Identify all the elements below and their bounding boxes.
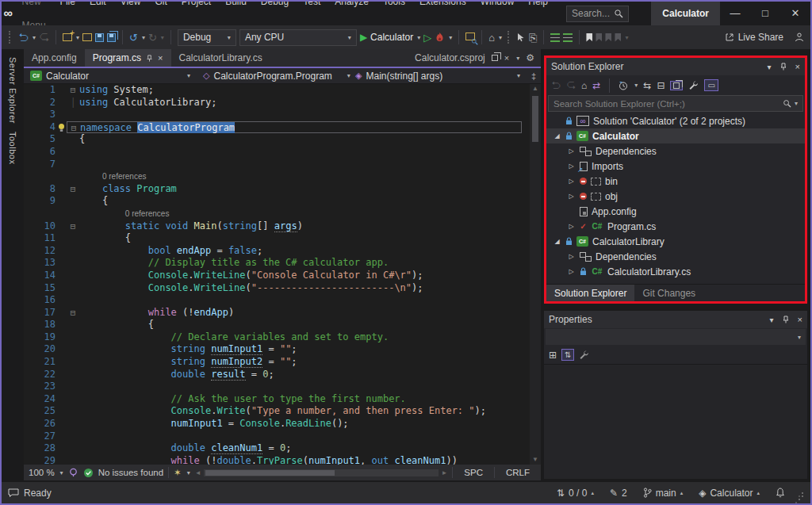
code-text[interactable]: while (!double.TryParse(numInput1, out c… <box>79 455 530 465</box>
show-all-files-toggle[interactable] <box>670 81 683 90</box>
new-project-icon[interactable] <box>63 33 72 41</box>
code-text[interactable]: // Declare variables and set to empty. <box>79 331 530 344</box>
next-bookmark-icon[interactable] <box>605 33 611 42</box>
codelens-row[interactable]: 0 references <box>24 170 530 183</box>
preview-tab-calculator-csproj[interactable]: Calculator.csproj <box>415 52 485 63</box>
start-debugging-icon[interactable]: ▶ <box>360 33 367 42</box>
account-icon[interactable] <box>795 33 806 42</box>
project-dropdown[interactable]: C# Calculator ▾ <box>24 68 197 83</box>
code-line[interactable]: 19 // Declare variables and set to empty… <box>24 331 530 344</box>
git-branch[interactable]: main▴ <box>643 488 684 499</box>
code-text[interactable]: Console.WriteLine("---------------------… <box>79 282 530 295</box>
code-line[interactable]: 4⊟namespace CalculatorProgram <box>24 121 530 134</box>
scroll-down-icon[interactable]: ▼ <box>532 455 538 465</box>
solution-explorer-search[interactable]: Search Solution Explorer (Ctrl+;) ▾ <box>548 95 803 112</box>
minimize-button[interactable]: — <box>720 2 750 25</box>
code-text[interactable]: numInput1 = Console.ReadLine(); <box>79 418 530 430</box>
clear-bookmarks-icon[interactable] <box>615 33 621 42</box>
code-line[interactable]: 1⊟using System; <box>24 84 530 97</box>
collapse-all-icon[interactable]: ⊟ <box>657 80 665 91</box>
code-text[interactable]: while (!endApp) <box>79 307 530 319</box>
code-text[interactable]: using CalculatorLibrary; <box>79 97 530 109</box>
previous-bookmark-icon[interactable] <box>596 33 602 42</box>
filter-dropdown[interactable]: ▾ <box>634 82 638 89</box>
navigate-forward-icon[interactable]: ⮎ <box>39 33 49 43</box>
bookmark-dropdown[interactable]: ▾ <box>625 34 628 41</box>
property-pages-wrench-icon[interactable] <box>579 350 589 360</box>
pending-edits[interactable]: ✎2 <box>610 488 627 499</box>
search-box[interactable]: Search... <box>566 6 629 22</box>
code-line[interactable]: 27 <box>24 430 530 443</box>
window-position-dropdown-icon[interactable]: ▾ <box>770 316 774 324</box>
code-text[interactable]: Console.WriteLine("Console Calculator in… <box>79 270 530 282</box>
code-text[interactable]: using System; <box>79 84 530 97</box>
expander-icon[interactable]: ▷ <box>567 178 576 185</box>
panel-tab-git-changes[interactable]: Git Changes <box>634 285 703 301</box>
hscrollbar-thumb[interactable] <box>205 470 335 476</box>
undo-icon[interactable]: ↺ <box>129 33 138 43</box>
properties-object-combo[interactable]: ▾ <box>546 329 806 345</box>
expander-icon[interactable]: ◢ <box>553 238 561 245</box>
code-text[interactable]: string numInput1 = ""; <box>79 343 530 356</box>
expander-icon[interactable]: ▷ <box>567 147 576 155</box>
code-text[interactable] <box>79 159 530 171</box>
code-text[interactable] <box>79 294 530 307</box>
outline-margin[interactable]: ⊟ <box>67 84 79 97</box>
codelens-row[interactable]: 0 references <box>24 208 530 220</box>
git-repository[interactable]: ◈Calculator▴ <box>699 488 760 499</box>
code-text[interactable] <box>79 430 530 443</box>
tree-item-dependencies[interactable]: ▷Dependencies <box>546 143 805 159</box>
tree-item-dependencies[interactable]: ▷Dependencies <box>546 249 805 264</box>
code-cleanup-dropdown[interactable]: ▾ <box>187 469 190 476</box>
categorized-icon[interactable]: ⊞ <box>549 350 557 361</box>
pin-icon[interactable] <box>782 316 790 323</box>
split-editor-icon[interactable]: ‡ <box>527 71 541 81</box>
panel-tab-solution-explorer[interactable]: Solution Explorer <box>546 285 634 301</box>
code-line[interactable]: 5{ <box>24 133 530 146</box>
code-line[interactable]: 24 // Ask the user to type the first num… <box>24 393 530 406</box>
document-tab-calculatorlibrary-cs[interactable]: CalculatorLibrary.cs <box>171 49 270 67</box>
document-tab-program-cs[interactable]: Program.cs× <box>85 49 171 67</box>
zoom-dropdown[interactable]: ▾ <box>60 469 63 476</box>
properties-wrench-icon[interactable] <box>688 80 699 90</box>
solution-platform-combo[interactable]: Any CPU▾ <box>239 29 357 46</box>
code-text[interactable] <box>79 146 530 159</box>
code-text[interactable]: namespace CalculatorProgram <box>80 122 521 133</box>
hot-reload-icon[interactable] <box>435 32 445 43</box>
code-line[interactable]: 3 <box>24 109 530 121</box>
code-line[interactable]: 20 string numInput1 = ""; <box>24 343 530 356</box>
pending-changes-filter-icon[interactable] <box>619 81 628 90</box>
code-line[interactable]: 2│using CalculatorLibrary; <box>24 97 530 109</box>
feedback-bubble-icon[interactable] <box>8 488 19 498</box>
undo-dropdown[interactable]: ▾ <box>142 34 145 41</box>
expander-icon[interactable]: ▷ <box>567 253 576 260</box>
solution-explorer-header[interactable]: Solution Explorer ▾ × <box>546 58 805 75</box>
close-panel-icon[interactable]: × <box>798 315 802 324</box>
code-line[interactable]: 10⊟ static void Main(string[] args) <box>24 220 530 233</box>
code-text[interactable]: string numInput2 = ""; <box>79 356 530 369</box>
toolbox-tab[interactable]: Toolbox <box>8 132 17 164</box>
preview-selected-items-toggle[interactable]: ▭ <box>704 79 718 91</box>
start-without-debugging-icon[interactable]: ▷ <box>423 33 431 43</box>
code-line[interactable]: 23 <box>24 381 530 393</box>
pin-tab-icon[interactable] <box>146 55 153 62</box>
code-text[interactable]: Console.Write("Type a number, and then p… <box>79 405 530 418</box>
code-line[interactable]: 8⊟ class Program <box>24 183 530 196</box>
server-explorer-tab[interactable]: Server Explorer <box>8 57 17 124</box>
code-line[interactable]: 7 <box>24 159 530 171</box>
tree-item-program-cs[interactable]: ▷✓C#Program.cs <box>546 219 805 234</box>
solution-configuration-combo[interactable]: Debug▾ <box>178 29 236 46</box>
tree-item-solution-calculator-2-of-2-projects[interactable]: ∞Solution 'Calculator' (2 of 2 projects) <box>546 113 805 128</box>
tree-item-obj[interactable]: ▷obj <box>546 189 805 204</box>
vertical-scrollbar[interactable]: ▲ ▼ <box>530 84 541 465</box>
hot-reload-dropdown[interactable]: ▾ <box>449 34 452 41</box>
find-in-files-icon[interactable] <box>465 32 475 43</box>
scroll-up-icon[interactable]: ▲ <box>532 84 538 94</box>
toolbar-grip[interactable] <box>9 31 13 44</box>
tree-item-imports[interactable]: ▷Imports <box>546 159 805 174</box>
code-text[interactable]: { <box>79 232 530 245</box>
code-cleanup-wand-icon[interactable]: ✶ <box>174 467 182 478</box>
expander-icon[interactable]: ▷ <box>567 193 576 200</box>
tree-item-calculator[interactable]: ◢C#Calculator <box>546 128 805 143</box>
pin-icon[interactable] <box>779 63 787 71</box>
